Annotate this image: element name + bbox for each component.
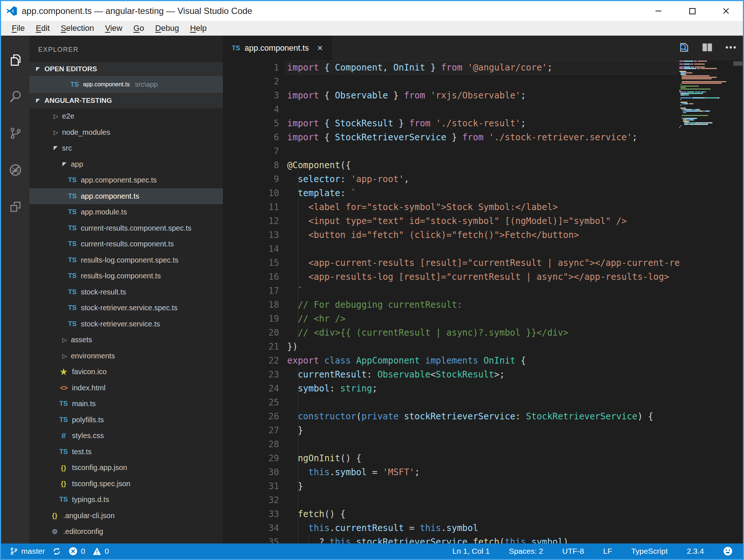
- status-encoding[interactable]: UTF-8: [560, 547, 586, 556]
- extensions-icon[interactable]: [1, 188, 29, 225]
- code-line[interactable]: 15 <app-current-results [result]="curren…: [223, 256, 679, 270]
- tab-close-icon[interactable]: ✕: [317, 44, 323, 53]
- find-in-file-icon[interactable]: [678, 41, 690, 55]
- scrollbar-slider[interactable]: [733, 61, 743, 66]
- chevron-expanded-icon[interactable]: [62, 162, 66, 166]
- code-line[interactable]: 2: [223, 75, 679, 88]
- tree-item-index.html[interactable]: <>index.html: [29, 380, 223, 396]
- tree-item-stock-retriever.service.ts[interactable]: TSstock-retriever.service.ts: [29, 316, 223, 332]
- tree-item-current-results.component.ts[interactable]: TScurrent-results.component.ts: [29, 236, 223, 252]
- chevron-collapsed-icon[interactable]: ▷: [62, 353, 66, 360]
- status-feedback[interactable]: [721, 546, 735, 556]
- tree-folder-node_modules[interactable]: ▷node_modules: [29, 124, 223, 141]
- menu-file[interactable]: File: [6, 21, 30, 36]
- code-line[interactable]: 23 currentResult: Observable<StockResult…: [223, 368, 679, 382]
- chevron-collapsed-icon[interactable]: ▷: [54, 129, 58, 136]
- code-line[interactable]: 24 symbol: string;: [223, 382, 679, 395]
- chevron-expanded-icon[interactable]: [54, 146, 58, 150]
- tree-item-.angular-cli.json[interactable]: {}.angular-cli.json: [29, 508, 223, 524]
- tree-folder-e2e[interactable]: ▷e2e: [29, 108, 223, 124]
- tree-item-stock-retriever.service.spec.ts[interactable]: TSstock-retriever.service.spec.ts: [29, 300, 223, 316]
- code-line[interactable]: 4: [223, 102, 679, 116]
- code-line[interactable]: 6import { StockRetrieverService } from '…: [223, 130, 679, 144]
- tree-item-app.component.ts[interactable]: TSapp.component.ts: [29, 188, 223, 205]
- tree-item-.editorconfig[interactable]: ⚙.editorconfig: [29, 524, 223, 540]
- code-line[interactable]: 10 template: `: [223, 186, 679, 200]
- status-ts-version[interactable]: 2.3.4: [685, 547, 706, 556]
- code-line[interactable]: 3import { Observable } from 'rxjs/Observ…: [223, 88, 679, 102]
- status-sync[interactable]: [50, 547, 64, 556]
- tree-folder-assets[interactable]: ▷assets: [29, 332, 223, 348]
- code-line[interactable]: 16 <app-results-log [result]="currentRes…: [223, 270, 679, 284]
- code-line[interactable]: 8@Component({: [223, 158, 679, 172]
- tree-item-styles.css[interactable]: #styles.css: [29, 428, 223, 444]
- tree-item-current-results.component.spec.ts[interactable]: TScurrent-results.component.spec.ts: [29, 220, 223, 236]
- code-line[interactable]: 25: [223, 395, 679, 409]
- code-line[interactable]: 27 }: [223, 423, 679, 437]
- code-line[interactable]: 17 `: [223, 284, 679, 298]
- status-warnings[interactable]: 0: [90, 547, 111, 556]
- tree-item-test.ts[interactable]: TStest.ts: [29, 444, 223, 460]
- tree-item-favicon.ico[interactable]: ★favicon.ico: [29, 364, 223, 380]
- tree-item-main.ts[interactable]: TSmain.ts: [29, 396, 223, 412]
- code-line[interactable]: 29 ngOnInit() {: [223, 451, 679, 465]
- code-line[interactable]: 19 // <hr />: [223, 312, 679, 326]
- code-line[interactable]: 33 fetch() {: [223, 507, 679, 521]
- tree-item-tsconfig.spec.json[interactable]: {}tsconfig.spec.json: [29, 476, 223, 492]
- code-line[interactable]: 28: [223, 437, 679, 451]
- tree-folder-src[interactable]: src: [29, 140, 223, 156]
- tree-item-results-log.component.ts[interactable]: TSresults-log.component.ts: [29, 268, 223, 284]
- code-line[interactable]: 30 this.symbol = 'MSFT';: [223, 465, 679, 479]
- project-root-header[interactable]: ANGULAR-TESTING: [29, 93, 223, 108]
- status-git-branch[interactable]: master: [8, 547, 47, 556]
- minimap[interactable]: [679, 61, 733, 543]
- menu-go[interactable]: Go: [128, 21, 149, 36]
- maximize-button[interactable]: [675, 1, 709, 21]
- chevron-collapsed-icon[interactable]: ▷: [62, 336, 66, 343]
- code-line[interactable]: 32: [223, 493, 679, 507]
- code-line[interactable]: 34 this.currentResult = this.symbol: [223, 521, 679, 535]
- tree-item-typings.d.ts[interactable]: TStypings.d.ts: [29, 492, 223, 508]
- menu-help[interactable]: Help: [184, 21, 212, 36]
- tree-folder-environments[interactable]: ▷environments: [29, 348, 223, 364]
- status-cursor-position[interactable]: Ln 1, Col 1: [450, 547, 492, 556]
- code-line[interactable]: 18 // For debugging currentResult:: [223, 298, 679, 312]
- tree-item-stock-result.ts[interactable]: TSstock-result.ts: [29, 284, 223, 300]
- code-line[interactable]: 11 <label for="stock-symbol">Stock Symbo…: [223, 200, 679, 214]
- status-language-mode[interactable]: TypeScript: [629, 547, 670, 556]
- search-icon[interactable]: [1, 78, 29, 115]
- code-line[interactable]: 13 <button id="fetch" (click)="fetch()">…: [223, 228, 679, 242]
- open-editors-header[interactable]: OPEN EDITORS: [29, 62, 223, 76]
- more-actions-icon[interactable]: [725, 41, 737, 55]
- status-indentation[interactable]: Spaces: 2: [507, 547, 545, 556]
- tree-folder-app[interactable]: app: [29, 156, 223, 173]
- code-line[interactable]: 26 constructor(private stockRetrieverSer…: [223, 409, 679, 423]
- editor-scrollbar[interactable]: [733, 61, 743, 543]
- code-line[interactable]: 12 <input type="text" id="stock-symbol" …: [223, 214, 679, 228]
- tree-item-results-log.component.spec.ts[interactable]: TSresults-log.component.spec.ts: [29, 252, 223, 268]
- source-control-icon[interactable]: [1, 115, 29, 152]
- tab-app-component-ts[interactable]: TS app.component.ts ✕: [223, 36, 332, 61]
- minimize-button[interactable]: [642, 1, 675, 21]
- close-button[interactable]: [709, 1, 743, 21]
- code-line[interactable]: 5import { StockResult } from './stock-re…: [223, 116, 679, 130]
- tree-item-app.module.ts[interactable]: TSapp.module.ts: [29, 204, 223, 220]
- menu-selection[interactable]: Selection: [55, 21, 100, 36]
- split-editor-icon[interactable]: [701, 41, 714, 55]
- tree-item-tsconfig.app.json[interactable]: {}tsconfig.app.json: [29, 460, 223, 476]
- code-editor[interactable]: 1import { Component, OnInit } from '@ang…: [223, 61, 679, 543]
- tree-item-app.component.spec.ts[interactable]: TSapp.component.spec.ts: [29, 172, 223, 188]
- code-line[interactable]: 7: [223, 144, 679, 158]
- code-line[interactable]: 22export class AppComponent implements O…: [223, 354, 679, 368]
- menu-view[interactable]: View: [100, 21, 128, 36]
- status-eol[interactable]: LF: [601, 547, 615, 556]
- code-line[interactable]: 21}): [223, 340, 679, 354]
- menu-edit[interactable]: Edit: [30, 21, 55, 36]
- code-line[interactable]: 31 }: [223, 479, 679, 493]
- code-line[interactable]: 35 ? this.stockRetrieverService.fetch(th…: [223, 535, 679, 543]
- status-errors[interactable]: 0: [66, 547, 87, 556]
- debug-icon[interactable]: [1, 152, 29, 188]
- code-line[interactable]: 1import { Component, OnInit } from '@ang…: [223, 61, 679, 75]
- code-line[interactable]: 14: [223, 242, 679, 256]
- chevron-collapsed-icon[interactable]: ▷: [54, 113, 58, 120]
